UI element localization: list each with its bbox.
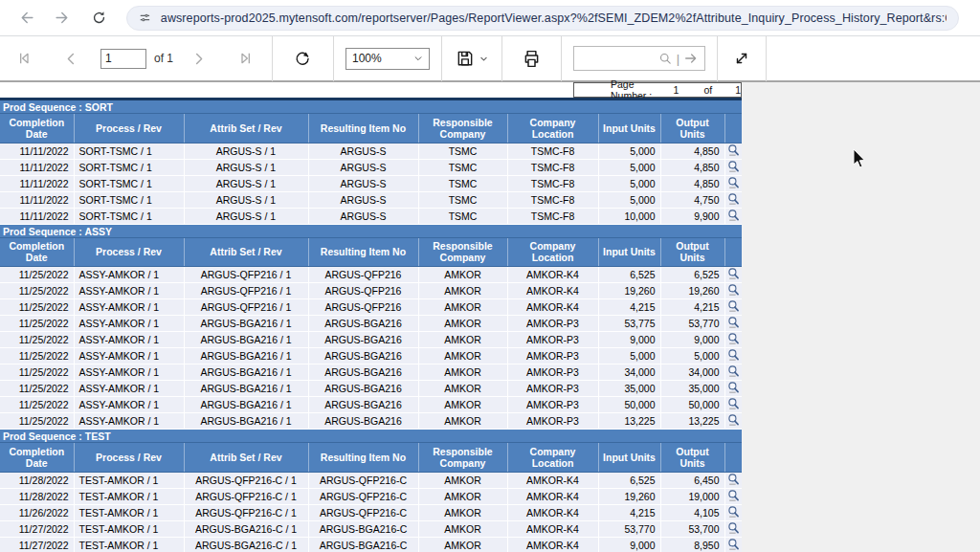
page-number-input[interactable] xyxy=(100,49,146,69)
table-cell: 4,850 xyxy=(660,159,724,175)
row-detail-button[interactable] xyxy=(724,413,742,430)
table-cell: ARGUS-QFP216 xyxy=(308,267,418,283)
table-cell: ASSY-AMKOR / 1 xyxy=(74,283,184,299)
previous-page-button[interactable] xyxy=(56,36,87,80)
table-cell: ARGUS-S / 1 xyxy=(184,208,308,224)
detail-magnifier-icon xyxy=(727,267,740,280)
table-cell: AMKOR xyxy=(418,537,507,552)
row-detail-button[interactable] xyxy=(724,397,742,413)
table-row: 11/25/2022ASSY-AMKOR / 1ARGUS-BGA216 / 1… xyxy=(0,364,742,381)
row-detail-button[interactable] xyxy=(724,299,742,316)
page-nav-group: of 1 xyxy=(0,36,272,80)
table-cell: AMKOR xyxy=(418,364,507,381)
row-detail-button[interactable] xyxy=(724,472,742,488)
page-number-box: Page Number : 1 of 1 xyxy=(573,82,742,98)
table-cell: 4,215 xyxy=(660,299,724,316)
report-table: Prod Sequence : SORTCompletion DateProce… xyxy=(0,98,742,552)
row-detail-button[interactable] xyxy=(724,159,742,175)
table-cell: ARGUS-BGA216 xyxy=(308,364,418,381)
find-next-icon[interactable] xyxy=(683,51,699,66)
row-detail-button[interactable] xyxy=(724,520,742,537)
browser-back-button[interactable] xyxy=(12,5,39,32)
table-cell: ASSY-AMKOR / 1 xyxy=(74,316,184,332)
row-detail-button[interactable] xyxy=(724,381,742,397)
first-page-button[interactable] xyxy=(8,36,40,80)
section-title: Prod Sequence : ASSY xyxy=(0,225,742,238)
table-cell: 4,215 xyxy=(598,504,660,520)
table-cell: ARGUS-QFP216-C xyxy=(308,504,418,520)
table-header-row: Completion DateProcess / RevAttrib Set /… xyxy=(0,114,742,143)
column-header: Output Units xyxy=(660,238,724,267)
zoom-dropdown[interactable]: 100% xyxy=(345,48,430,70)
last-page-icon xyxy=(238,51,254,66)
table-cell: ARGUS-QFP216-C / 1 xyxy=(184,504,308,520)
table-cell: 11/25/2022 xyxy=(0,381,74,397)
table-cell: 50,000 xyxy=(660,397,724,413)
report-viewport[interactable]: Page Number : 1 of 1 Prod Sequence : SOR… xyxy=(0,82,980,550)
table-cell: 19,000 xyxy=(660,488,724,504)
row-detail-button[interactable] xyxy=(724,537,742,552)
row-detail-button[interactable] xyxy=(724,191,742,208)
row-detail-button[interactable] xyxy=(724,504,742,520)
next-page-button[interactable] xyxy=(183,36,214,80)
row-detail-button[interactable] xyxy=(724,143,742,159)
table-cell: 35,000 xyxy=(660,381,724,397)
row-detail-button[interactable] xyxy=(724,283,742,299)
table-cell: TSMC xyxy=(418,208,507,224)
table-cell: 11/25/2022 xyxy=(0,348,74,364)
table-cell: 11/28/2022 xyxy=(0,488,74,504)
row-detail-button[interactable] xyxy=(724,364,742,381)
toolbar-separator xyxy=(766,36,767,81)
table-cell: 34,000 xyxy=(598,364,660,381)
detail-magnifier-icon xyxy=(727,473,740,486)
column-header: Responsible Company xyxy=(418,114,507,143)
browser-forward-button[interactable] xyxy=(49,5,76,32)
detail-magnifier-icon xyxy=(727,316,740,329)
table-cell: 4,750 xyxy=(660,191,724,208)
detail-magnifier-icon xyxy=(727,489,740,502)
browser-reload-button[interactable] xyxy=(85,5,112,32)
table-cell: ARGUS-BGA216-C / 1 xyxy=(184,537,308,552)
row-detail-button[interactable] xyxy=(724,175,742,191)
print-button[interactable] xyxy=(502,36,561,80)
find-text-box[interactable]: | xyxy=(573,46,705,71)
row-detail-button[interactable] xyxy=(724,332,742,348)
table-cell: AMKOR xyxy=(418,348,507,364)
table-header-row: Completion DateProcess / RevAttrib Set /… xyxy=(0,238,742,267)
fullscreen-toggle-button[interactable] xyxy=(718,36,766,80)
table-cell: AMKOR xyxy=(418,283,507,299)
search-icon xyxy=(658,52,673,66)
table-cell: AMKOR-K4 xyxy=(507,472,598,488)
row-detail-button[interactable] xyxy=(724,488,742,504)
table-row: 11/25/2022ASSY-AMKOR / 1ARGUS-BGA216 / 1… xyxy=(0,348,742,364)
table-cell: TEST-AMKOR / 1 xyxy=(74,504,184,520)
row-detail-button[interactable] xyxy=(724,267,742,283)
export-button[interactable] xyxy=(442,36,501,80)
table-cell: ARGUS-QFP216 / 1 xyxy=(184,267,308,283)
site-settings-icon[interactable] xyxy=(139,11,151,25)
refresh-report-button[interactable] xyxy=(273,36,333,80)
address-bar[interactable]: awsreports-prod2025.mytensoft.com/report… xyxy=(126,6,959,31)
table-cell: 4,850 xyxy=(660,143,724,159)
table-cell: ARGUS-QFP216 / 1 xyxy=(184,283,308,299)
table-row: 11/11/2022SORT-TSMC / 1ARGUS-S / 1ARGUS-… xyxy=(0,143,742,159)
column-header: Company Location xyxy=(507,238,598,267)
table-cell: AMKOR xyxy=(418,504,507,520)
printer-icon xyxy=(522,49,542,69)
row-detail-button[interactable] xyxy=(724,316,742,332)
table-cell: ARGUS-BGA216 / 1 xyxy=(184,413,308,430)
table-cell: SORT-TSMC / 1 xyxy=(74,191,184,208)
table-cell: AMKOR xyxy=(418,472,507,488)
row-detail-button[interactable] xyxy=(724,348,742,364)
table-cell: ARGUS-BGA216 / 1 xyxy=(184,332,308,348)
column-header: Attrib Set / Rev xyxy=(184,443,308,472)
column-header: Completion Date xyxy=(0,238,74,267)
last-page-button[interactable] xyxy=(230,36,262,80)
table-cell: ASSY-AMKOR / 1 xyxy=(74,348,184,364)
row-detail-button[interactable] xyxy=(724,208,742,224)
column-header: Process / Rev xyxy=(74,443,184,472)
find-separator: | xyxy=(677,52,679,66)
detail-column-header xyxy=(724,238,742,267)
find-input[interactable] xyxy=(580,52,655,65)
table-cell: AMKOR xyxy=(418,332,507,348)
